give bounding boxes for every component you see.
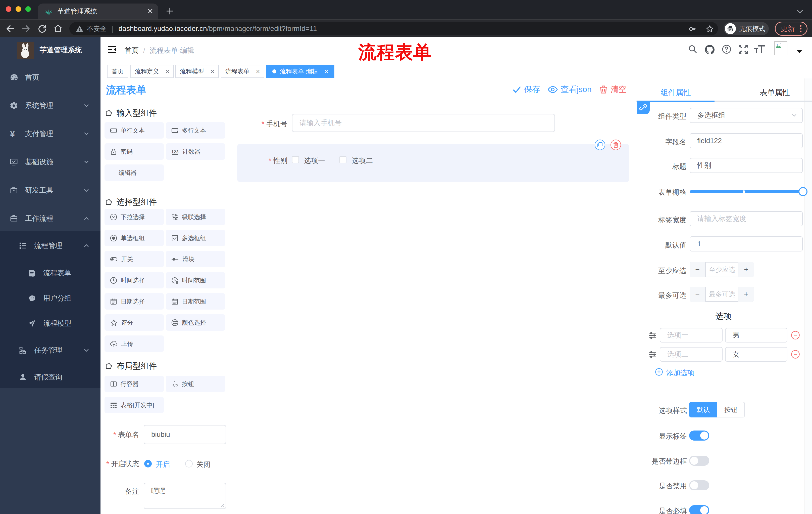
svg-text:123: 123 <box>171 150 178 154</box>
